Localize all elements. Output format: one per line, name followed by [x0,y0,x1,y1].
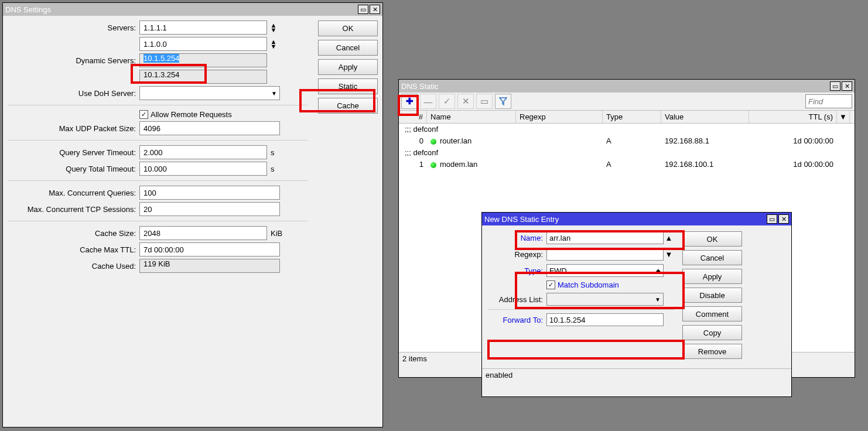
dynamic-servers-0: 10.1.5.254 [139,53,267,67]
select-arrow-icon: ◆ [656,268,661,274]
minimize-icon[interactable]: ▭ [358,5,368,14]
minimize-icon[interactable]: ▭ [767,214,777,224]
col-type-header[interactable]: Type [603,111,661,123]
cache-max-ttl-input[interactable] [139,242,280,256]
servers-spin-1[interactable]: ▲▼ [267,37,280,51]
new-entry-button-column: OK Cancel Apply Disable Comment Copy Rem… [682,231,742,362]
add-button[interactable]: ✚ [401,94,418,109]
cancel-button[interactable]: Cancel [682,250,742,265]
query-server-timeout-label: Query Server Timeout: [8,148,139,157]
filter-button[interactable] [495,94,511,109]
name-label: Name: [488,234,546,242]
new-entry-form: Name: ▲ Regexp: ▼ Type: FWD ◆ ✓ [488,231,674,362]
match-subdomain-label: Match Subdomain [558,281,619,289]
copy-button[interactable]: Copy [682,325,742,340]
close-icon[interactable]: ✕ [842,81,852,91]
dynamic-servers-label: Dynamic Servers: [8,56,139,65]
cache-used-value: 119 KiB [139,259,280,273]
chevron-down-icon: ▼ [655,296,661,303]
dns-settings-window: DNS Settings ▭ ✕ Servers: ▲▼ ▲▼ Dynamic … [2,2,383,427]
query-server-timeout-input[interactable] [139,145,267,159]
new-dns-static-entry-window: New DNS Static Entry ▭ ✕ Name: ▲ Regexp:… [481,212,792,397]
dns-static-title: DNS Static [401,82,439,91]
query-total-timeout-label: Query Total Timeout: [8,165,139,173]
max-udp-label: Max UDP Packet Size: [8,124,139,133]
allow-remote-label: Allow Remote Requests [151,110,232,119]
seconds-unit: s [267,148,275,157]
apply-button[interactable]: Apply [682,269,742,284]
cache-used-label: Cache Used: [8,262,139,271]
query-total-timeout-input[interactable] [139,162,267,176]
kib-unit: KiB [267,229,282,238]
new-entry-title: New DNS Static Entry [484,215,559,224]
apply-button[interactable]: Apply [318,59,378,75]
regexp-label: Regexp: [488,250,546,259]
comment-button[interactable]: ▭ [476,94,493,109]
chevron-up-icon[interactable]: ▲ [664,234,674,242]
row-comment: ;;; defconf [399,147,855,158]
close-icon[interactable]: ✕ [778,214,789,224]
use-doh-label: Use DoH Server: [8,89,139,98]
dns-settings-title: DNS Settings [5,5,51,14]
address-list-select[interactable]: ▼ [546,293,664,306]
chevron-down-icon[interactable]: ▼ [664,250,674,259]
max-concurrent-tcp-label: Max. Concurrent TCP Sessions: [8,205,139,214]
dns-settings-form: Servers: ▲▼ ▲▼ Dynamic Servers: 10.1.5.2… [8,20,307,422]
servers-spin-0[interactable]: ▲▼ [267,20,280,35]
status-dot-icon [430,139,436,145]
match-subdomain-checkbox[interactable]: ✓ [546,281,555,289]
disable-button[interactable]: Disable [682,288,742,303]
forward-to-input[interactable] [546,313,664,326]
enable-button[interactable]: ✓ [439,94,455,109]
new-entry-statusbar: enabled [482,368,791,381]
col-num-header[interactable]: # [399,111,427,123]
status-dot-icon [430,162,436,168]
address-list-label: Address List: [488,295,546,304]
type-select[interactable]: FWD ◆ [546,264,664,277]
cancel-button[interactable]: Cancel [318,40,378,56]
cache-button[interactable]: Cache [318,98,378,114]
columns-menu-icon[interactable]: ▼ [837,111,850,123]
dns-static-titlebar[interactable]: DNS Static ▭ ✕ [399,80,855,93]
remove-button[interactable]: Remove [682,344,742,359]
table-row[interactable]: 1 modem.lan A 192.168.100.1 1d 00:00:00 [399,158,855,170]
static-button[interactable]: Static [318,78,378,94]
servers-input-0[interactable] [139,20,267,35]
regexp-input[interactable] [546,248,664,261]
comment-button[interactable]: Comment [682,306,742,321]
ok-button[interactable]: OK [682,231,742,247]
servers-label: Servers: [8,23,139,32]
cache-max-ttl-label: Cache Max TTL: [8,245,139,254]
dynamic-servers-1: 10.1.3.254 [139,70,267,84]
disable-button[interactable]: ✕ [457,94,474,109]
max-concurrent-queries-input[interactable] [139,186,280,200]
max-concurrent-tcp-input[interactable] [139,202,280,216]
row-comment: ;;; defconf [399,124,855,135]
col-value-header[interactable]: Value [661,111,749,123]
col-name-header[interactable]: Name [427,111,516,123]
table-row[interactable]: 0 router.lan A 192.168.88.1 1d 00:00:00 [399,135,855,147]
col-ttl-header[interactable]: TTL (s) [749,111,837,123]
type-label: Type: [488,266,546,275]
ok-button[interactable]: OK [318,20,378,36]
forward-to-label: Forward To: [488,316,546,324]
grid-header[interactable]: # Name Regexp Type Value TTL (s) ▼ [399,111,855,124]
name-input[interactable] [546,231,664,244]
max-udp-input[interactable] [139,121,280,135]
dns-static-toolbar: ✚ — ✓ ✕ ▭ [399,93,855,111]
remove-button[interactable]: — [420,94,436,109]
servers-input-1[interactable] [139,37,267,51]
minimize-icon[interactable]: ▭ [830,81,840,91]
new-entry-titlebar[interactable]: New DNS Static Entry ▭ ✕ [482,213,791,225]
find-input[interactable] [805,94,852,108]
use-doh-dropdown[interactable]: ▼ [139,86,280,100]
chevron-down-icon: ▼ [271,90,277,97]
cache-size-label: Cache Size: [8,229,139,238]
max-concurrent-queries-label: Max. Concurrent Queries: [8,189,139,197]
close-icon[interactable]: ✕ [370,5,380,14]
cache-size-input[interactable] [139,226,267,240]
allow-remote-checkbox[interactable]: ✓ [139,110,148,119]
dns-settings-button-column: OK Cancel Apply Static Cache [318,20,378,422]
col-regexp-header[interactable]: Regexp [516,111,603,123]
dns-settings-titlebar[interactable]: DNS Settings ▭ ✕ [3,3,382,16]
